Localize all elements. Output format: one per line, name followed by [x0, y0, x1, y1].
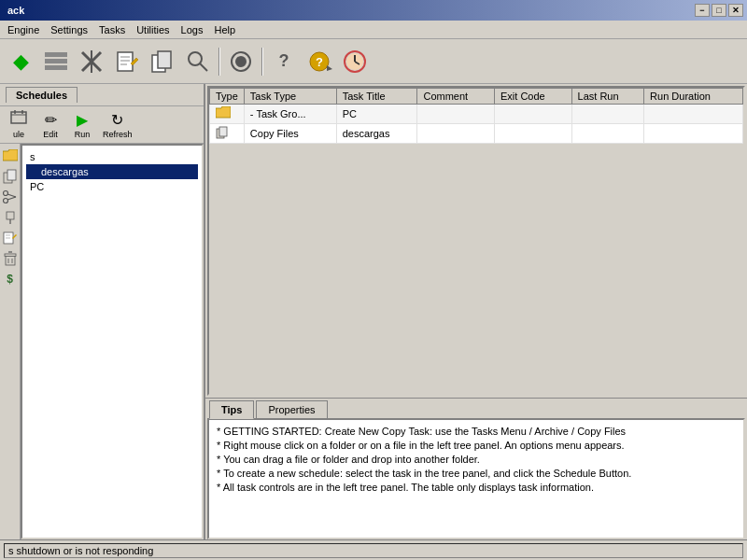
status-bar: s shutdown or is not responding: [0, 539, 747, 560]
svg-rect-1: [45, 59, 67, 63]
row0-task-type: - Task Gro...: [244, 105, 336, 124]
refresh-label: Refresh: [103, 130, 133, 139]
tree-item-s[interactable]: s: [26, 149, 198, 164]
svg-point-15: [235, 56, 247, 67]
folder-icon-btn[interactable]: [2, 147, 19, 164]
schedule-label: ule: [13, 130, 24, 139]
tree-item-pc[interactable]: PC: [26, 179, 198, 194]
table-scroll-area[interactable]: Type Task Type Task Title Comment Exit C…: [207, 86, 745, 396]
table-row[interactable]: Copy Files descargas: [210, 124, 743, 144]
task-table: Type Task Type Task Title Comment Exit C…: [209, 88, 743, 144]
svg-text:?: ?: [316, 55, 323, 69]
row1-task-type: Copy Files: [244, 124, 336, 144]
tree-area[interactable]: s descargas PC: [21, 144, 204, 539]
window-title: ack: [4, 5, 24, 16]
row1-task-title: descargas: [336, 124, 417, 144]
menu-engine[interactable]: Engine: [2, 22, 45, 37]
minimize-button[interactable]: −: [695, 4, 710, 17]
col-task-title[interactable]: Task Title: [336, 89, 417, 105]
left-toolbar: ule ✏ Edit ▶ Run ↻ Refresh: [0, 106, 204, 144]
close-button[interactable]: ✕: [728, 4, 743, 17]
scissors-icon-btn[interactable]: [2, 189, 19, 205]
row0-comment: [417, 105, 495, 124]
run-label: Run: [75, 130, 91, 139]
copy-button[interactable]: [146, 45, 179, 78]
clock-button[interactable]: [338, 45, 372, 78]
tips-content: * GETTING STARTED: Create New Copy Task:…: [207, 418, 745, 539]
table-container: Type Task Type Task Title Comment Exit C…: [205, 84, 747, 398]
row1-exit-code: [494, 124, 571, 144]
menu-utilities[interactable]: Utilities: [131, 22, 175, 37]
tip-2: * Right mouse click on a folder or on a …: [217, 440, 736, 451]
edit-icon-btn[interactable]: [2, 230, 19, 246]
svg-rect-27: [7, 170, 16, 180]
svg-line-13: [200, 63, 207, 71]
svg-rect-38: [5, 254, 16, 257]
svg-marker-18: [327, 65, 332, 71]
green-diamond-button[interactable]: ◆: [4, 45, 37, 78]
menu-bar: Engine Settings Tasks Utilities Logs Hel…: [0, 21, 747, 39]
edit-button[interactable]: [110, 45, 144, 78]
tab-tips[interactable]: Tips: [209, 400, 254, 419]
row1-run-duration: [644, 124, 743, 144]
dollar-icon-btn[interactable]: $: [2, 271, 19, 287]
tip-1: * GETTING STARTED: Create New Copy Task:…: [217, 426, 736, 437]
edit-task-icon: ✏: [45, 111, 57, 129]
schedules-tab[interactable]: Schedules: [6, 87, 78, 103]
row1-comment: [417, 124, 495, 144]
help-button[interactable]: ?: [267, 45, 301, 78]
col-type[interactable]: Type: [210, 89, 245, 105]
col-last-run[interactable]: Last Run: [571, 89, 644, 105]
svg-point-29: [3, 199, 7, 203]
menu-help[interactable]: Help: [208, 22, 241, 37]
restore-button[interactable]: □: [712, 4, 726, 17]
menu-tasks[interactable]: Tasks: [93, 22, 131, 37]
record-button[interactable]: [224, 45, 258, 78]
right-panel: Type Task Type Task Title Comment Exit C…: [205, 84, 747, 539]
row0-task-title: PC: [336, 105, 417, 124]
row0-exit-code: [494, 105, 571, 124]
window-controls: − □ ✕: [695, 4, 743, 17]
tip-4: * To create a new schedule: select the t…: [217, 468, 736, 479]
col-exit-code[interactable]: Exit Code: [494, 89, 571, 105]
tip-3: * You can drag a file or folder and drop…: [217, 454, 736, 465]
menu-settings[interactable]: Settings: [45, 22, 93, 37]
svg-line-30: [7, 194, 16, 197]
edit-task-button[interactable]: ✏ Edit: [35, 109, 65, 141]
tab-properties[interactable]: Properties: [256, 400, 327, 418]
schedule-button[interactable]: ule: [4, 108, 34, 141]
table-row[interactable]: - Task Gro... PC: [210, 105, 743, 124]
tools-button[interactable]: [75, 45, 108, 78]
svg-point-28: [3, 191, 7, 196]
svg-rect-6: [118, 52, 133, 71]
run-button[interactable]: ▶ Run: [67, 109, 97, 141]
pin-icon-btn[interactable]: [2, 209, 19, 226]
help2-button[interactable]: ?: [303, 45, 336, 78]
build-button[interactable]: [39, 45, 73, 78]
col-comment[interactable]: Comment: [417, 89, 495, 105]
refresh-button[interactable]: ↻ Refresh: [99, 109, 136, 141]
status-text: s shutdown or is not responding: [4, 543, 743, 558]
col-run-duration[interactable]: Run Duration: [644, 89, 743, 105]
delete-icon-btn[interactable]: [2, 250, 19, 267]
svg-rect-11: [158, 51, 171, 68]
schedule-icon: [10, 110, 27, 129]
row1-last-run: [571, 124, 644, 144]
menu-logs[interactable]: Logs: [176, 22, 209, 37]
title-bar: ack − □ ✕: [0, 0, 747, 21]
left-panel: Schedules ule ✏ Edit ▶: [0, 84, 205, 539]
svg-point-12: [189, 52, 202, 65]
toolbar-separator-1: [218, 48, 220, 76]
tree-item-descargas[interactable]: descargas: [26, 164, 198, 179]
main-container: Schedules ule ✏ Edit ▶: [0, 84, 747, 539]
svg-rect-43: [219, 127, 227, 136]
edit-label: Edit: [43, 130, 58, 139]
toolbar-separator-2: [261, 48, 263, 76]
row0-last-run: [571, 105, 644, 124]
search-button[interactable]: [181, 45, 215, 78]
tip-5: * All task controls are in the left tree…: [217, 482, 736, 493]
side-icons-panel: $: [0, 144, 21, 539]
col-task-type[interactable]: Task Type: [244, 89, 336, 105]
refresh-icon: ↻: [111, 111, 123, 129]
copy-icon-btn[interactable]: [2, 168, 19, 185]
